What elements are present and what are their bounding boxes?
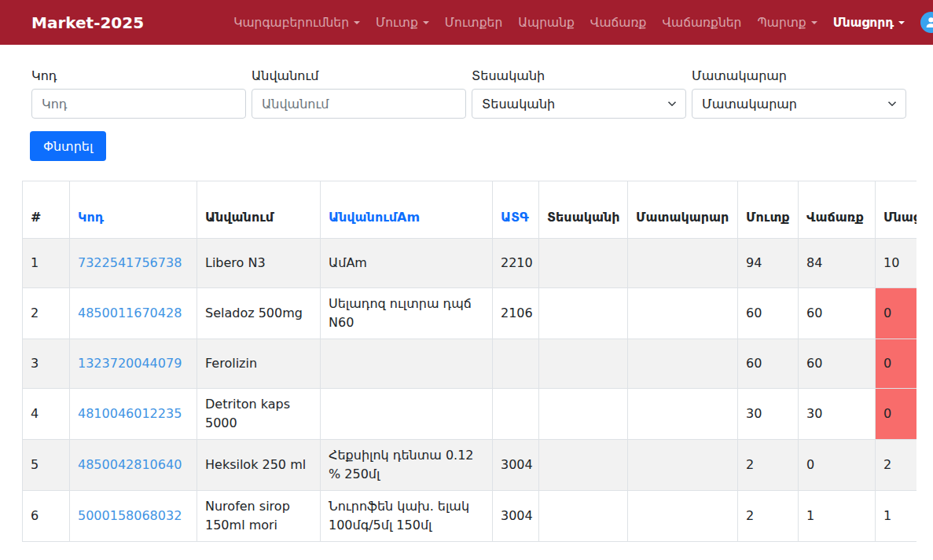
col-atg-sort-link[interactable]: ԱՏԳ xyxy=(501,210,529,225)
cell-sold: 30 xyxy=(799,389,876,440)
cell-name_am xyxy=(321,339,493,389)
cell-supplier xyxy=(628,288,738,339)
cell-name_am: Նուրոֆեն կախ. ելակ 100մգ/5մլ 150մլ xyxy=(321,491,493,542)
products-table: #ԿոդԱնվանումԱնվանումAmԱՏԳՏեսականիՄատակար… xyxy=(22,181,916,542)
cell-atg: 2210 xyxy=(493,239,539,288)
cell-balance: 1 xyxy=(876,491,917,542)
cell-balance: 0 xyxy=(876,288,917,339)
category-select[interactable]: Տեսականի xyxy=(472,89,686,119)
table-row: 24850011670428Seladoz 500mgՍելադոզ ուլտր… xyxy=(23,288,917,339)
cell-category xyxy=(539,288,628,339)
nav-item-label: Կարգաբերումներ xyxy=(233,13,349,32)
name-input[interactable] xyxy=(252,89,466,119)
brand-logo[interactable]: Market-2025 xyxy=(31,13,144,32)
col-code-sort-link[interactable]: Կոդ xyxy=(78,210,104,225)
nav-item-label: Ապրանք xyxy=(518,13,575,32)
code-link[interactable]: 5000158068032 xyxy=(78,508,182,523)
cell-balance: 10 xyxy=(876,239,917,288)
cell-name_am xyxy=(321,389,493,440)
cell-category xyxy=(539,491,628,542)
col-atg: ԱՏԳ xyxy=(493,181,539,239)
chevron-down-icon xyxy=(898,21,905,27)
nav-item-sale[interactable]: Վաճառք xyxy=(582,7,655,38)
nav-item-product[interactable]: Ապրանք xyxy=(510,7,582,38)
code-link[interactable]: 4850011670428 xyxy=(78,306,182,320)
nav-item-entry[interactable]: Մուտք xyxy=(368,7,437,38)
cell-name_am: ԱմAm xyxy=(321,239,493,288)
cell-in: 60 xyxy=(738,288,799,339)
cell-balance: 0 xyxy=(876,339,917,389)
chevron-down-icon xyxy=(354,21,360,27)
col-supplier: Մատակարար xyxy=(628,181,738,239)
col-num: # xyxy=(23,181,70,239)
code-label: Կոդ xyxy=(31,67,246,86)
supplier-label: Մատակարար xyxy=(692,67,906,86)
products-table-container: #ԿոդԱնվանումԱնվանումAmԱՏԳՏեսականիՄատակար… xyxy=(22,181,916,542)
cell-num: 5 xyxy=(23,440,70,491)
cell-name: Ferolizin xyxy=(197,339,321,389)
cell-num: 2 xyxy=(23,288,70,339)
cell-supplier xyxy=(628,339,738,389)
nav-item-label: Մուտքեր xyxy=(445,13,502,32)
nav-item-settings[interactable]: Կարգաբերումներ xyxy=(226,7,368,38)
person-icon xyxy=(924,16,933,29)
search-button[interactable]: Փնտրել xyxy=(30,131,106,161)
cell-balance: 2 xyxy=(876,440,917,491)
nav-item-label: Մնացորդ xyxy=(833,13,894,32)
cell-code: 4850011670428 xyxy=(70,288,197,339)
cell-category xyxy=(539,339,628,389)
cell-num: 3 xyxy=(23,339,70,389)
filter-code-field: Կոդ xyxy=(31,67,246,119)
filter-actions: Փնտրել xyxy=(0,119,933,161)
cell-in: 94 xyxy=(738,239,799,288)
col-in: Մուտք xyxy=(738,181,799,239)
cell-code: 5000158068032 xyxy=(70,491,197,542)
cell-name: Nurofen sirop 150ml mori xyxy=(197,491,321,542)
supplier-select[interactable]: Մատակարար xyxy=(692,89,906,119)
cell-sold: 60 xyxy=(799,339,876,389)
nav-item-label: Մուտք xyxy=(376,13,418,32)
code-link[interactable]: 4850042810640 xyxy=(78,457,182,472)
cell-atg xyxy=(493,339,539,389)
nav-item-debt[interactable]: Պարտք xyxy=(749,7,825,38)
col-name_am: ԱնվանումAm xyxy=(321,181,493,239)
col-balance: Մնացորդ xyxy=(876,181,917,239)
code-input[interactable] xyxy=(31,89,246,119)
code-link[interactable]: 4810046012235 xyxy=(78,406,182,421)
cell-atg: 3004 xyxy=(493,440,539,491)
code-link[interactable]: 1323720044079 xyxy=(78,356,182,371)
user-menu[interactable] xyxy=(913,9,933,36)
cell-code: 4810046012235 xyxy=(70,389,197,440)
cell-supplier xyxy=(628,389,738,440)
cell-num: 6 xyxy=(23,491,70,542)
cell-atg xyxy=(493,389,539,440)
table-header-row: #ԿոդԱնվանումԱնվանումAmԱՏԳՏեսականիՄատակար… xyxy=(23,181,917,239)
nav-item-entries[interactable]: Մուտքեր xyxy=(437,7,510,38)
cell-name: Heksilok 250 ml xyxy=(197,440,321,491)
cell-category xyxy=(539,389,628,440)
nav-item-balance[interactable]: Մնացորդ xyxy=(825,7,913,38)
cell-category xyxy=(539,440,628,491)
cell-name: Seladoz 500mg xyxy=(197,288,321,339)
nav-item-sales[interactable]: Վաճառքներ xyxy=(654,7,749,38)
col-name_am-sort-link[interactable]: ԱնվանումAm xyxy=(329,210,420,225)
table-row: 44810046012235Detriton kaps 500030300 xyxy=(23,389,917,440)
cell-atg: 2106 xyxy=(493,288,539,339)
col-code: Կոդ xyxy=(70,181,197,239)
cell-sold: 60 xyxy=(799,288,876,339)
col-name: Անվանում xyxy=(197,181,321,239)
cell-supplier xyxy=(628,239,738,288)
table-row: 65000158068032Nurofen sirop 150ml moriՆո… xyxy=(23,491,917,542)
col-sold: Վաճառք xyxy=(799,181,876,239)
cell-code: 7322541756738 xyxy=(70,239,197,288)
cell-name_am: Սելադոզ ուլտրա դպճ N60 xyxy=(321,288,493,339)
cell-balance: 0 xyxy=(876,389,917,440)
cell-code: 1323720044079 xyxy=(70,339,197,389)
nav-item-label: Պարտք xyxy=(757,13,806,32)
cell-category xyxy=(539,239,628,288)
cell-in: 2 xyxy=(738,440,799,491)
cell-code: 4850042810640 xyxy=(70,440,197,491)
cell-supplier xyxy=(628,440,738,491)
code-link[interactable]: 7322541756738 xyxy=(78,255,182,270)
filter-name-field: Անվանում xyxy=(252,67,466,119)
